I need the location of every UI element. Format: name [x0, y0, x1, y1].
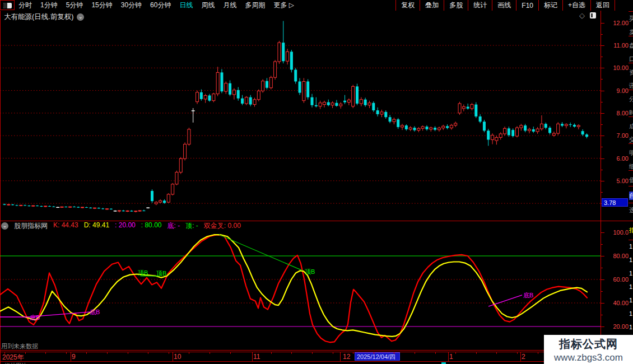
action-button[interactable]: 统计 — [468, 0, 492, 11]
action-button[interactable]: +自选 — [563, 0, 591, 11]
sidebar-item-fragment[interactable]: 口 — [629, 55, 633, 63]
sidebar-item-fragment[interactable]: 买 — [629, 15, 633, 23]
sidebar-item-fragment[interactable]: 时 — [629, 109, 633, 117]
sidebar-item-fragment[interactable]: 1 — [629, 283, 632, 290]
down-candle — [249, 97, 252, 105]
up-candle — [302, 81, 305, 100]
sidebar-item-fragment[interactable]: 卖 — [629, 28, 633, 36]
axis-tick — [601, 23, 604, 24]
sidebar-item-fragment[interactable]: 自 — [629, 192, 633, 200]
period-item[interactable]: 周线 — [201, 1, 215, 10]
up-candle — [212, 94, 215, 101]
up-candle — [540, 124, 543, 129]
period-item[interactable]: 日线 — [179, 1, 193, 10]
week-tick — [517, 352, 518, 354]
sidebar-item-fragment[interactable]: 1 — [629, 324, 632, 330]
axis-tick — [601, 91, 604, 91]
sidebar-item-fragment[interactable]: 成 — [629, 122, 633, 130]
sidebar-item-fragment[interactable]: 1 — [629, 310, 632, 317]
period-item[interactable]: 1分钟 — [40, 1, 58, 10]
period-item[interactable]: 月线 — [223, 1, 236, 10]
action-button[interactable]: 画线 — [492, 0, 516, 11]
down-candle — [73, 207, 76, 207]
week-tick — [476, 352, 477, 354]
indicator-axis-label: 60.00 — [605, 276, 629, 283]
sidebar-item-fragment[interactable]: 选 — [629, 206, 633, 214]
down-candle — [27, 206, 30, 206]
price-axis-label: 12.00 — [605, 20, 629, 26]
action-button[interactable]: 叠加 — [420, 0, 444, 11]
axis-tick — [601, 102, 603, 102]
action-button[interactable]: 标记 — [539, 0, 563, 11]
chevron-down-icon[interactable]: ⌄ — [77, 13, 84, 21]
axis-tick — [601, 147, 603, 147]
period-item[interactable]: 分时 — [18, 1, 32, 10]
down-candle — [299, 81, 301, 92]
period-item[interactable]: 15分钟 — [91, 1, 112, 10]
up-candle — [184, 144, 187, 159]
period-item[interactable]: 5分钟 — [66, 1, 83, 10]
panel-toggle-button[interactable] — [0, 0, 15, 10]
sidebar-separator — [629, 186, 633, 186]
diamond-icon[interactable]: ◇ — [579, 12, 585, 19]
down-candle — [483, 122, 486, 130]
bottom-clipped-row: 指标用法 — [0, 362, 633, 364]
sidebar-item-fragment[interactable]: 细 — [629, 162, 633, 171]
down-candle — [434, 128, 436, 130]
sidebar-separator — [629, 11, 633, 12]
action-button[interactable]: 返回 — [591, 0, 615, 11]
year-label: 2025年 — [2, 353, 24, 362]
action-button[interactable]: 多股 — [444, 0, 468, 11]
up-candle — [106, 209, 109, 209]
axis-tick — [601, 192, 603, 193]
sidebar-item-fragment[interactable]: 1 — [629, 270, 632, 277]
period-item[interactable]: 多周期 — [245, 1, 265, 10]
sidebar-item-fragment[interactable]: 讯 — [629, 82, 633, 90]
candlestick-chart[interactable] — [0, 11, 601, 221]
up-candle — [331, 103, 334, 105]
sidebar-item-fragment[interactable]: 值 — [629, 176, 633, 184]
sidebar-item-fragment[interactable]: 1 — [629, 297, 632, 304]
sidebar-item-fragment[interactable]: 明 — [629, 149, 633, 157]
month-boundary — [71, 352, 71, 361]
panel-toggle-icon — [3, 3, 12, 8]
down-candle — [122, 211, 125, 211]
action-button[interactable]: F10 — [516, 0, 539, 11]
up-candle — [491, 135, 494, 139]
right-sidebar-strip[interactable]: 买卖盘口资讯分时成交明细值自选指1111111 — [629, 0, 633, 364]
sidebar-item-fragment[interactable]: 交 — [629, 136, 633, 144]
up-candle — [138, 211, 141, 211]
week-tick — [189, 352, 189, 354]
down-candle — [52, 207, 55, 207]
up-candle — [442, 126, 445, 128]
up-candle — [155, 202, 157, 204]
sidebar-item-fragment[interactable]: 指 — [629, 226, 633, 235]
month-label: 1 — [449, 353, 453, 361]
indicator-chart[interactable]: 顶B顶B顶B底B底B底B — [0, 221, 601, 351]
indicator-axis-label: 100.0 — [605, 229, 629, 236]
week-tick — [538, 352, 538, 354]
signal-label: 底B — [30, 314, 40, 321]
period-item[interactable]: 60分钟 — [150, 1, 171, 10]
week-tick — [374, 352, 374, 354]
month-boundary — [340, 352, 341, 361]
action-button[interactable]: 复权 — [396, 0, 420, 11]
up-candle — [536, 129, 539, 132]
down-candle — [405, 125, 408, 129]
timeline[interactable]: 2025年 2025/12/04/四 910111212 — [0, 351, 633, 362]
split-view-icon[interactable] — [590, 12, 596, 18]
sidebar-item-fragment[interactable]: 资 — [629, 68, 633, 77]
down-candle — [97, 208, 100, 208]
sidebar-item-fragment[interactable]: 分 — [629, 95, 633, 104]
period-item[interactable]: 30分钟 — [121, 1, 142, 10]
sidebar-item-fragment[interactable]: 1 — [629, 243, 632, 250]
up-candle — [118, 211, 120, 211]
down-candle — [36, 206, 39, 206]
period-item[interactable]: 更多 ▷ — [273, 1, 294, 10]
sidebar-item-fragment[interactable]: 盘 — [629, 41, 633, 50]
down-candle — [327, 102, 330, 105]
sidebar-item-fragment[interactable]: 1 — [629, 256, 632, 263]
down-candle — [356, 86, 359, 104]
down-candle — [315, 105, 318, 106]
down-candle — [85, 207, 88, 208]
